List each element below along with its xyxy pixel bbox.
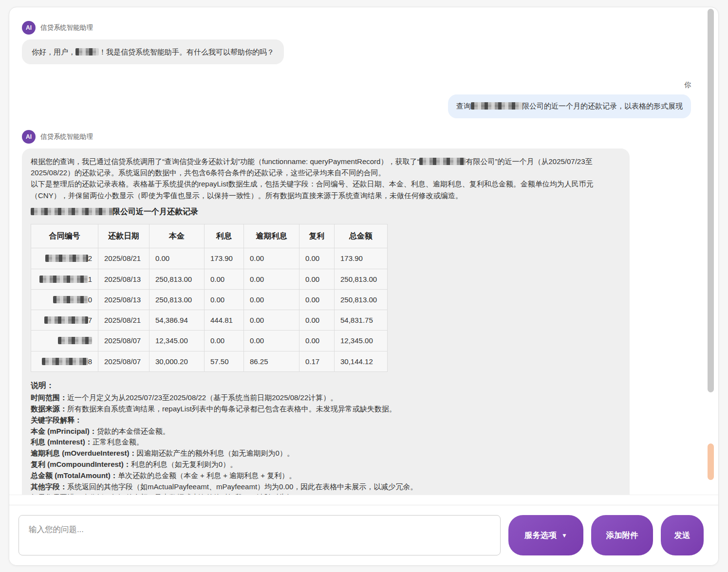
contract-number-cell: 8 bbox=[31, 351, 98, 371]
text-segment: 限公司的近一个月的还款记录，以表格的形式展现 bbox=[522, 102, 683, 110]
note-label: 总金额 (mTotalAmount)： bbox=[31, 471, 118, 480]
note-line: 逾期利息 (mOverdueInterest)：因逾期还款产生的额外利息（如无逾… bbox=[31, 448, 619, 459]
note-line: 其他字段：系统返回的其他字段（如mActualPayfeeamt、mPayfee… bbox=[31, 481, 619, 493]
table-cell: 0.00 bbox=[299, 289, 335, 310]
assistant-message-2: AI 信贷系统智能助理 根据您的查询，我已通过信贷系统调用了“查询信贷业务还款计… bbox=[22, 130, 706, 495]
note-label: 数据来源： bbox=[31, 405, 67, 413]
table-cell: 0.00 bbox=[299, 269, 335, 289]
note-text: 近一个月定义为从2025/07/23至2025/08/22（基于系统当前日期20… bbox=[67, 393, 337, 402]
table-row: 2025/08/0712,345.000.000.000.0012,345.00 bbox=[31, 331, 388, 351]
note-text: 系统返回的其他字段（如mActualPayfeeamt、mPayfeeamt）均… bbox=[67, 482, 417, 491]
scrollbar-marker[interactable] bbox=[708, 443, 714, 480]
table-title: 限公司近一个月还款记录 bbox=[31, 206, 619, 218]
table-cell: 250,813.00 bbox=[335, 269, 388, 289]
chat-area[interactable]: AI 信贷系统智能助理 你好，用户，！我是信贷系统智能助手。有什么我可以帮助你的… bbox=[9, 7, 718, 495]
note-text: 正常利息金额。 bbox=[93, 438, 144, 446]
contract-number-cell: 7 bbox=[31, 310, 98, 331]
user-query-bubble: 查询限公司的近一个月的还款记录，以表格的形式展现 bbox=[448, 94, 691, 118]
table-cell: 0.00 bbox=[299, 310, 335, 331]
note-text: 因逾期还款产生的额外利息（如无逾期则为0）。 bbox=[137, 449, 294, 457]
note-label: 利息 (mInterest)： bbox=[31, 438, 93, 446]
note-text: 贷款的本金偿还金额。 bbox=[97, 427, 170, 435]
assistant-header: AI 信贷系统智能助理 bbox=[22, 21, 706, 35]
table-row: 72025/08/2154,386.94444.810.000.0054,831… bbox=[31, 310, 388, 331]
note-line: 总金额 (mTotalAmount)：单次还款的总金额（本金 + 利息 + 逾期… bbox=[31, 470, 619, 481]
redacted-text bbox=[44, 316, 88, 324]
redacted-text bbox=[42, 358, 88, 365]
assistant-header: AI 信贷系统智能助理 bbox=[22, 130, 706, 144]
contract-number-cell: 2 bbox=[31, 248, 98, 269]
assistant-greeting-bubble: 你好，用户，！我是信贷系统智能助手。有什么我可以帮助你的吗？ bbox=[22, 39, 284, 64]
table-cell: 2025/08/07 bbox=[98, 331, 149, 351]
table-cell: 57.50 bbox=[205, 351, 244, 371]
response-paragraph-1: 根据您的查询，我已通过信贷系统调用了“查询信贷业务还款计划”功能（functio… bbox=[31, 156, 619, 179]
redacted-text bbox=[75, 48, 99, 55]
redacted-text bbox=[53, 296, 88, 303]
table-header-cell: 总金额 bbox=[335, 224, 388, 248]
text-segment: 1 bbox=[88, 275, 92, 283]
table-cell: 0.00 bbox=[205, 289, 244, 310]
table-header-cell: 利息 bbox=[205, 224, 244, 248]
table-body: 22025/08/210.00173.900.000.00173.9012025… bbox=[31, 248, 388, 372]
response-paragraph-2: 以下是整理后的还款记录表格。表格基于系统提供的repayList数据生成，包括关… bbox=[31, 178, 619, 201]
note-label: 复利 (mCompoundInterest)： bbox=[31, 460, 131, 468]
contract-number-cell bbox=[31, 331, 98, 351]
text-segment: ！我是信贷系统智能助手。有什么我可以帮助你的吗？ bbox=[99, 48, 274, 56]
send-button[interactable]: 发送 bbox=[661, 515, 704, 555]
table-cell: 0.00 bbox=[244, 269, 299, 289]
table-cell: 173.90 bbox=[335, 248, 388, 269]
table-cell: 0.17 bbox=[299, 351, 335, 371]
table-row: 02025/08/13250,813.000.000.000.00250,813… bbox=[31, 289, 388, 310]
question-input[interactable] bbox=[19, 515, 501, 555]
scrollbar-thumb[interactable] bbox=[708, 9, 714, 392]
table-cell: 2025/08/13 bbox=[98, 289, 149, 310]
note-label: 其他字段： bbox=[31, 482, 67, 491]
table-cell: 0.00 bbox=[244, 331, 299, 351]
table-cell: 0.00 bbox=[244, 289, 299, 310]
table-head: 合同编号还款日期本金利息逾期利息复利总金额 bbox=[31, 224, 388, 248]
redacted-text bbox=[419, 158, 466, 165]
send-label: 发送 bbox=[674, 530, 691, 541]
table-cell: 0.00 bbox=[244, 310, 299, 331]
notes-heading: 说明： bbox=[31, 380, 619, 391]
table-header-row: 合同编号还款日期本金利息逾期利息复利总金额 bbox=[31, 224, 388, 248]
table-cell: 2025/08/21 bbox=[98, 248, 149, 269]
table-header-cell: 还款日期 bbox=[98, 224, 149, 248]
table-cell: 12,345.00 bbox=[335, 331, 388, 351]
service-options-button[interactable]: 服务选项 ▼ bbox=[508, 515, 583, 555]
table-cell: 0.00 bbox=[299, 248, 335, 269]
table-cell: 0.00 bbox=[299, 331, 335, 351]
table-cell: 444.81 bbox=[205, 310, 244, 331]
note-line: 复利 (mCompoundInterest)：利息的利息（如无复利则为0）。 bbox=[31, 459, 619, 470]
redacted-text bbox=[58, 337, 92, 344]
table-cell: 12,345.00 bbox=[149, 331, 205, 351]
notes-section: 说明： 时间范围：近一个月定义为从2025/07/23至2025/08/22（基… bbox=[31, 380, 619, 495]
table-cell: 250,813.00 bbox=[335, 289, 388, 310]
redacted-text bbox=[31, 208, 112, 215]
note-label: 逾期利息 (mOverdueInterest)： bbox=[31, 449, 137, 457]
table-cell: 0.00 bbox=[149, 248, 205, 269]
table-cell: 2025/08/13 bbox=[98, 269, 149, 289]
add-attachment-button[interactable]: 添加附件 bbox=[591, 515, 653, 555]
text-segment: 8 bbox=[88, 357, 92, 366]
redacted-text bbox=[39, 276, 88, 283]
user-message: 你 查询限公司的近一个月的还款记录，以表格的形式展现 bbox=[22, 81, 691, 118]
add-attachment-label: 添加附件 bbox=[606, 530, 638, 541]
table-header-cell: 复利 bbox=[299, 224, 335, 248]
app-background: AI 信贷系统智能助理 你好，用户，！我是信贷系统智能助手。有什么我可以帮助你的… bbox=[0, 0, 728, 572]
text-segment: 你好，用户， bbox=[32, 48, 75, 56]
note-label: 关键字段解释： bbox=[31, 416, 82, 424]
table-cell: 54,831.75 bbox=[335, 310, 388, 331]
chat-footer-divider bbox=[9, 495, 718, 495]
table-cell: 30,000.20 bbox=[149, 351, 205, 371]
table-row: 22025/08/210.00173.900.000.00173.90 bbox=[31, 248, 388, 269]
composer: 服务选项 ▼ 添加附件 发送 bbox=[9, 505, 718, 565]
note-line: 数据来源：所有数据来自系统查询结果，repayList列表中的每条记录都已包含在… bbox=[31, 404, 619, 415]
text-segment: 限公司近一个月还款记录 bbox=[112, 207, 198, 216]
redacted-text bbox=[471, 102, 522, 110]
table-cell: 2025/08/21 bbox=[98, 310, 149, 331]
text-segment: 根据您的查询，我已通过信贷系统调用了“查询信贷业务还款计划”功能（functio… bbox=[31, 157, 419, 166]
text-segment: 以下是整理后的还款记录表格。表格基于系统提供的repayList数据生成，包括关… bbox=[31, 180, 594, 199]
table-header-cell: 逾期利息 bbox=[244, 224, 299, 248]
contract-number-cell: 1 bbox=[31, 269, 98, 289]
